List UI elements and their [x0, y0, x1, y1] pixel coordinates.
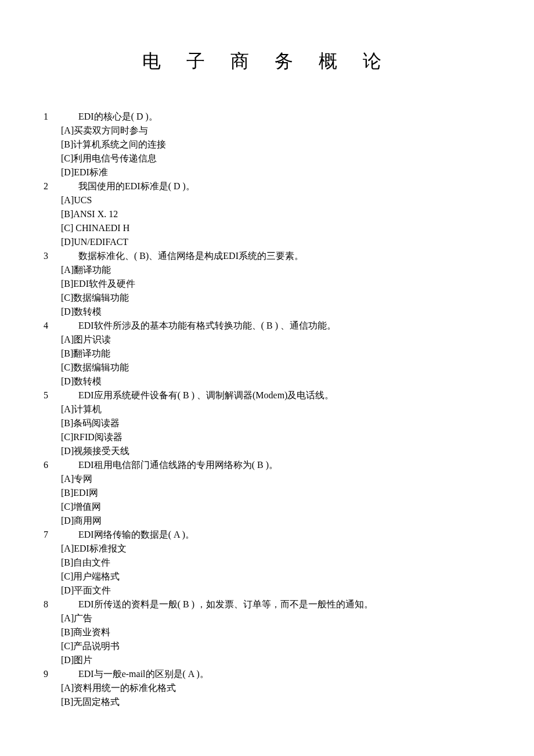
answer-option: [B]翻译功能	[44, 347, 490, 361]
answer-option: [C]数据编辑功能	[44, 291, 490, 305]
answer-option: [C] CHINAEDI H	[44, 221, 490, 235]
question-number: 7	[44, 528, 78, 542]
answer-option: [A]专网	[44, 472, 490, 486]
answer-option: [A]图片识读	[44, 333, 490, 347]
answer-option: [A]UCS	[44, 193, 490, 207]
answer-option: [D]UN/EDIFACT	[44, 235, 490, 249]
question-text: EDI租用电信部门通信线路的专用网络称为( B )。	[78, 458, 278, 472]
question-text: EDI应用系统硬件设备有( B ) 、调制解调器(Modem)及电话线。	[78, 388, 334, 402]
answer-option: [B]自由文件	[44, 556, 490, 570]
answer-option: [B]ANSI X. 12	[44, 207, 490, 221]
question-text: EDI软件所涉及的基本功能有格式转换功能、( B ) 、通信功能。	[78, 319, 336, 333]
question-text: EDI的核心是( D )。	[78, 110, 158, 124]
question-item: 9EDI与一般e-mail的区别是( A )。[A]资料用统一的标准化格式[B]…	[44, 667, 490, 709]
question-header: 3数据标准化、( B)、通信网络是构成EDI系统的三要素。	[44, 249, 490, 263]
answer-option: [D]数转模	[44, 305, 490, 319]
answer-option: [A]广告	[44, 611, 490, 625]
answer-option: [D]视频接受天线	[44, 444, 490, 458]
answer-option: [B]计算机系统之间的连接	[44, 138, 490, 152]
question-item: 2我国使用的EDI标准是( D )。[A]UCS[B]ANSI X. 12[C]…	[44, 179, 490, 249]
question-header: 2我国使用的EDI标准是( D )。	[44, 179, 490, 193]
question-header: 8EDI所传送的资料是一般( B ) ，如发票、订单等，而不是一般性的通知。	[44, 597, 490, 611]
answer-option: [A]EDI标准报文	[44, 542, 490, 556]
question-number: 2	[44, 179, 78, 193]
answer-option: [B]EDI网	[44, 486, 490, 500]
question-item: 6EDI租用电信部门通信线路的专用网络称为( B )。[A]专网[B]EDI网[…	[44, 458, 490, 528]
answer-option: [C]增值网	[44, 500, 490, 514]
answer-option: [B]EDI软件及硬件	[44, 277, 490, 291]
question-number: 9	[44, 667, 78, 681]
answer-option: [A]买卖双方同时参与	[44, 124, 490, 138]
question-text: EDI网络传输的数据是( A )。	[78, 528, 194, 542]
question-item: 5EDI应用系统硬件设备有( B ) 、调制解调器(Modem)及电话线。[A]…	[44, 388, 490, 458]
question-number: 1	[44, 110, 78, 124]
question-text: EDI与一般e-mail的区别是( A )。	[78, 667, 209, 681]
question-text: 数据标准化、( B)、通信网络是构成EDI系统的三要素。	[78, 249, 304, 263]
question-text: EDI所传送的资料是一般( B ) ，如发票、订单等，而不是一般性的通知。	[78, 597, 373, 611]
answer-option: [D]EDI标准	[44, 165, 490, 179]
question-number: 6	[44, 458, 78, 472]
question-header: 6EDI租用电信部门通信线路的专用网络称为( B )。	[44, 458, 490, 472]
question-header: 9EDI与一般e-mail的区别是( A )。	[44, 667, 490, 681]
questions-list: 1EDI的核心是( D )。[A]买卖双方同时参与[B]计算机系统之间的连接[C…	[44, 110, 490, 709]
answer-option: [C]利用电信号传递信息	[44, 152, 490, 165]
question-header: 1EDI的核心是( D )。	[44, 110, 490, 124]
answer-option: [C]数据编辑功能	[44, 361, 490, 375]
question-item: 4EDI软件所涉及的基本功能有格式转换功能、( B ) 、通信功能。[A]图片识…	[44, 319, 490, 388]
answer-option: [B]商业资料	[44, 625, 490, 639]
answer-option: [A]翻译功能	[44, 263, 490, 277]
page-title: 电 子 商 务 概 论	[44, 47, 490, 75]
answer-option: [D]平面文件	[44, 584, 490, 597]
answer-option: [D]图片	[44, 653, 490, 667]
answer-option: [A]计算机	[44, 402, 490, 416]
question-number: 8	[44, 597, 78, 611]
question-header: 5EDI应用系统硬件设备有( B ) 、调制解调器(Modem)及电话线。	[44, 388, 490, 402]
answer-option: [C]用户端格式	[44, 570, 490, 584]
answer-option: [B]条码阅读器	[44, 416, 490, 430]
answer-option: [C]产品说明书	[44, 639, 490, 653]
question-header: 7EDI网络传输的数据是( A )。	[44, 528, 490, 542]
question-number: 5	[44, 388, 78, 402]
question-header: 4EDI软件所涉及的基本功能有格式转换功能、( B ) 、通信功能。	[44, 319, 490, 333]
question-item: 7EDI网络传输的数据是( A )。[A]EDI标准报文[B]自由文件[C]用户…	[44, 528, 490, 597]
question-item: 3数据标准化、( B)、通信网络是构成EDI系统的三要素。[A]翻译功能[B]E…	[44, 249, 490, 319]
answer-option: [D]数转模	[44, 375, 490, 388]
answer-option: [C]RFID阅读器	[44, 430, 490, 444]
question-text: 我国使用的EDI标准是( D )。	[78, 179, 195, 193]
answer-option: [B]无固定格式	[44, 695, 490, 709]
answer-option: [A]资料用统一的标准化格式	[44, 681, 490, 695]
question-number: 4	[44, 319, 78, 333]
question-number: 3	[44, 249, 78, 263]
question-item: 1EDI的核心是( D )。[A]买卖双方同时参与[B]计算机系统之间的连接[C…	[44, 110, 490, 179]
question-item: 8EDI所传送的资料是一般( B ) ，如发票、订单等，而不是一般性的通知。[A…	[44, 597, 490, 667]
answer-option: [D]商用网	[44, 514, 490, 528]
